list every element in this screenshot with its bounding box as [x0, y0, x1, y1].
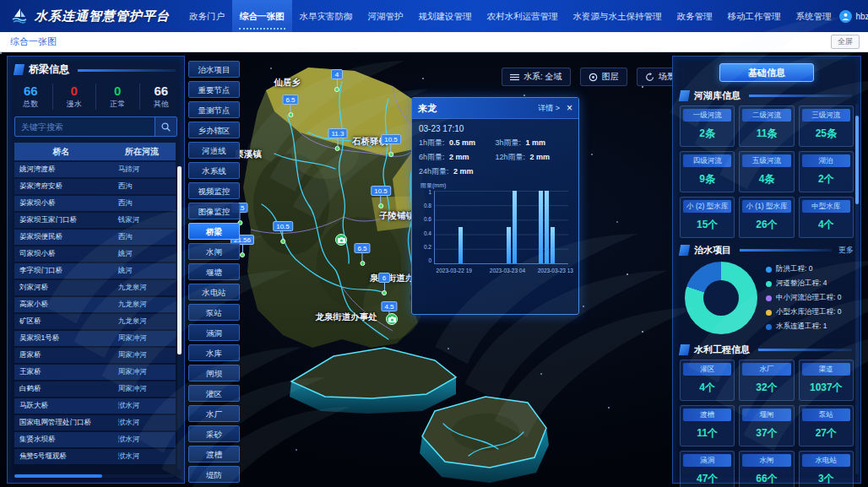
station-marker[interactable]: 4 — [331, 69, 343, 92]
nav-item[interactable]: 河湖管护 — [361, 0, 411, 32]
stat-card[interactable]: 小 (1) 型水库 26个 — [739, 197, 794, 238]
stat-card[interactable]: 五级河流 4条 — [739, 151, 794, 192]
stat-card[interactable]: 二级河流 11条 — [739, 106, 794, 147]
nav-item[interactable]: 规划建设管理 — [411, 0, 480, 32]
stat-card[interactable]: 渠道 1037个 — [799, 360, 854, 401]
layer-menu-item[interactable]: 水闸 — [188, 243, 240, 260]
stat-card[interactable]: 涵洞 47个 — [680, 451, 735, 487]
camera-icon[interactable] — [386, 313, 398, 325]
layer-menu-item[interactable]: 乡办辖区 — [188, 122, 240, 138]
table-row[interactable]: 国家电网管理处门口桥 洑水河 — [14, 415, 176, 430]
stat-card[interactable]: 水闸 66个 — [739, 451, 794, 487]
user-menu[interactable]: hbzb42080201 — [839, 10, 868, 23]
stat-card[interactable]: 一级河流 2条 — [680, 106, 735, 147]
water-system-scope-button[interactable]: 水系: 全域 — [502, 68, 571, 86]
close-icon[interactable]: × — [567, 103, 572, 113]
table-row[interactable]: 司家坝小桥 姚河 — [14, 246, 176, 262]
table-row[interactable]: 唐家桥 周家冲河 — [14, 348, 176, 363]
table-row[interactable]: 吴家坝1号桥 周家冲河 — [14, 331, 176, 346]
nav-item[interactable]: 农村水利运营管理 — [480, 0, 566, 32]
tab-basic-info[interactable]: 基础信息 — [719, 63, 814, 82]
layer-menu-item[interactable]: 水电站 — [188, 284, 240, 300]
search-input[interactable] — [15, 117, 155, 136]
stat-card[interactable]: 水厂 32个 — [739, 360, 794, 401]
layer-menu-item[interactable]: 水厂 — [188, 405, 240, 422]
table-row[interactable]: 高家小桥 九龙泉河 — [14, 297, 176, 312]
stat-card[interactable]: 泵站 27个 — [799, 405, 854, 446]
station-marker[interactable]: 10.5 — [381, 134, 401, 157]
rain-bar — [551, 227, 555, 263]
layers-button[interactable]: 图层 — [580, 68, 627, 86]
layer-menu-item[interactable]: 桥梁 — [188, 223, 240, 240]
station-marker[interactable]: 11.3 — [328, 128, 348, 151]
station-marker[interactable]: 6 — [378, 273, 390, 295]
table-row[interactable]: 晏家坝便民桥 西沟 — [14, 230, 176, 245]
stat-card[interactable]: 四级河流 9条 — [680, 151, 735, 192]
layer-menu-item[interactable]: 视频监控 — [188, 182, 240, 199]
stat-card[interactable]: 小 (2) 型水库 15个 — [680, 197, 735, 238]
table-row[interactable]: 晏家湾府安桥 西沟 — [14, 179, 176, 194]
table-row[interactable]: 刘家河桥 九龙泉河 — [14, 280, 176, 295]
bridge-stat: 0 漫水 — [53, 84, 97, 110]
table-row[interactable]: 矿区桥 九龙泉河 — [14, 314, 176, 329]
stat-card[interactable]: 渡槽 11个 — [680, 405, 735, 446]
station-marker[interactable]: 10.5 — [273, 221, 293, 244]
nav-item[interactable]: 系统管理 — [789, 0, 839, 32]
station-marker[interactable]: 6.5 — [354, 243, 370, 266]
rain-metric: 6h雨量: 2 mm — [419, 152, 496, 163]
layer-menu-item[interactable]: 河道线 — [188, 142, 240, 159]
layer-menu-item[interactable]: 水系线 — [188, 162, 240, 179]
scrollbar-thumb[interactable] — [14, 474, 102, 478]
layer-menu-item[interactable]: 图像监控 — [188, 203, 240, 219]
layer-menu-item[interactable]: 堰塘 — [188, 263, 240, 280]
nav-item[interactable]: 政务门户 — [182, 0, 232, 32]
table-row[interactable]: 马跃大桥 洑水河 — [14, 398, 176, 414]
map-area[interactable]: 仙居乡栗溪镇石桥驿镇子陵铺镇泉口街道办龙泉街道办事处 4 6.5 11.3 10… — [0, 52, 868, 487]
layer-menu-item[interactable]: 水库 — [188, 344, 240, 361]
more-link[interactable]: 更多 — [838, 245, 854, 256]
table-row[interactable]: 白鹤桥 周家冲河 — [14, 381, 176, 397]
popup-detail-link[interactable]: 详情 > — [538, 103, 560, 114]
fullscreen-button[interactable]: 全屏 — [831, 35, 860, 49]
stat-card[interactable]: 湖泊 2个 — [799, 151, 854, 192]
stat-card[interactable]: 灌区 4个 — [680, 360, 735, 401]
table-row[interactable]: 姚河湾渡桥 马蹄河 — [14, 162, 176, 177]
layer-menu-item[interactable]: 治水项目 — [188, 61, 240, 78]
breadcrumb[interactable]: 综合一张图 — [0, 35, 57, 48]
camera-icon[interactable] — [335, 234, 347, 246]
layer-menu-item[interactable]: 堤防 — [188, 466, 240, 483]
stat-card[interactable]: 水电站 3个 — [799, 451, 854, 487]
table-row[interactable]: 王家桥 周家冲河 — [14, 365, 176, 380]
nav-item[interactable]: 综合一张图 — [232, 0, 292, 32]
table-row[interactable]: 李字坝门口桥 姚河 — [14, 263, 176, 279]
layer-menu-item[interactable]: 采砂 — [188, 425, 240, 442]
nav-item[interactable]: 政务管理 — [670, 0, 720, 32]
stat-card[interactable]: 三级河流 25条 — [799, 106, 854, 147]
nav-item[interactable]: 水旱灾害防御 — [292, 0, 361, 32]
station-marker[interactable]: 10.5 — [371, 186, 391, 208]
layer-menu-item[interactable]: 闸坝 — [188, 365, 240, 381]
search-button[interactable] — [155, 117, 176, 136]
station-marker[interactable]: 6.5 — [282, 95, 298, 117]
nav-item[interactable]: 水资源与水土保持管理 — [566, 0, 670, 32]
table-row[interactable]: 集贤水坝桥 洑水河 — [14, 432, 176, 447]
stat-card[interactable]: 中型水库 4个 — [799, 197, 854, 238]
scrollbar-thumb[interactable] — [855, 116, 859, 204]
layer-menu-item[interactable]: 泵站 — [188, 304, 240, 321]
stat-card[interactable]: 堰闸 37个 — [739, 405, 794, 446]
layer-menu-item[interactable]: 量测节点 — [188, 101, 240, 118]
table-row[interactable]: 焦赞5号堰观桥 洑水河 — [14, 449, 176, 464]
layer-menu-item[interactable]: 渡槽 — [188, 446, 240, 463]
table-row[interactable]: 晏家坝玉家门口桥 钱家河 — [14, 213, 176, 228]
table-horizontal-scrollbar[interactable] — [14, 474, 174, 478]
header-accent — [679, 344, 690, 355]
panel-scrollbar[interactable] — [855, 104, 859, 474]
projects-chart-row: 防洪工程: 0 河道整治工程: 4 中小河流治理工程: 0 小型水库治理工程: … — [673, 260, 860, 338]
table-vertical-scrollbar[interactable] — [177, 166, 182, 469]
layer-menu-item[interactable]: 重要节点 — [188, 81, 240, 98]
nav-item[interactable]: 移动工作管理 — [720, 0, 789, 32]
table-row[interactable]: 晏家坝小桥 西沟 — [14, 196, 176, 211]
scrollbar-thumb[interactable] — [177, 166, 182, 354]
layer-menu-item[interactable]: 灌区 — [188, 385, 240, 402]
layer-menu-item[interactable]: 涵洞 — [188, 324, 240, 341]
